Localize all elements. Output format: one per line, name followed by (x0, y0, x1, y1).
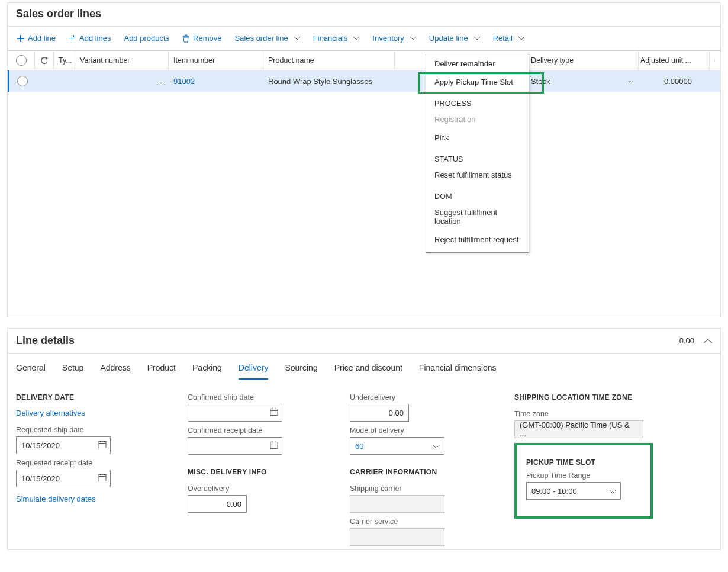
financials-dropdown[interactable]: Financials (307, 30, 366, 46)
plus-lines-icon (69, 35, 76, 42)
select-all-header[interactable] (8, 50, 35, 70)
calendar-icon[interactable] (270, 441, 278, 451)
carrier-info-heading: CARRIER INFORMATION (350, 468, 505, 476)
time-zone-value: (GMT-08:00) Pacific Time (US & ... (520, 420, 638, 438)
plus-icon (17, 35, 24, 42)
cell-adjusted: 0.00000 (639, 70, 710, 92)
retail-dropdown[interactable]: Retail (487, 30, 530, 46)
svg-rect-11 (270, 409, 278, 416)
mode-of-delivery-label: Mode of delivery (350, 426, 505, 435)
shipping-carrier-label: Shipping carrier (350, 484, 505, 493)
column-item-number[interactable]: Item number (169, 50, 263, 70)
chevron-down-icon (410, 37, 416, 40)
mode-of-delivery-input[interactable]: 60 (350, 437, 444, 455)
cell-type (54, 70, 75, 92)
svg-rect-3 (99, 442, 106, 448)
details-tabs: General Setup Address Product Packing De… (8, 354, 720, 380)
sales-order-line-dropdown[interactable]: Sales order line (229, 30, 306, 46)
tab-setup[interactable]: Setup (62, 363, 84, 380)
delivery-form: DELIVERY DATE Delivery alternatives Requ… (8, 380, 720, 549)
confirmed-ship-date-label: Confirmed ship date (188, 393, 340, 401)
overdelivery-input[interactable]: 0.00 (188, 495, 247, 513)
refresh-header[interactable] (35, 50, 54, 70)
tab-sourcing[interactable]: Sourcing (285, 363, 317, 380)
line-details-title: Line details (16, 335, 75, 347)
tab-delivery[interactable]: Delivery (239, 363, 269, 380)
pickup-time-range-input[interactable]: 09:00 - 10:00 (526, 482, 621, 500)
requested-ship-date-value: 10/15/2020 (21, 441, 60, 450)
svg-rect-7 (99, 475, 106, 481)
delivery-alternatives-link[interactable]: Delivery alternatives (16, 409, 178, 417)
menu-group-status: STATUS (426, 147, 529, 166)
line-details-header: Line details 0.00 (8, 329, 720, 354)
overdelivery-value: 0.00 (227, 500, 241, 509)
sales-order-lines-title: Sales order lines (8, 3, 720, 26)
tab-financial-dimensions[interactable]: Financial dimensions (419, 363, 497, 380)
menu-suggest-location[interactable]: Suggest fulfillment location (426, 203, 529, 230)
radio-all-icon (16, 55, 27, 66)
tab-price-discount[interactable]: Price and discount (334, 363, 402, 380)
requested-receipt-date-value: 10/15/2020 (21, 474, 60, 483)
menu-reject-request[interactable]: Reject fulfillment request (426, 230, 529, 249)
update-line-dropdown[interactable]: Update line (423, 30, 486, 46)
pickup-time-range-label: Pickup Time Range (526, 471, 641, 480)
menu-deliver-remainder[interactable]: Deliver remainder (426, 54, 529, 73)
remove-button[interactable]: Remove (176, 30, 227, 46)
confirmed-ship-date-input[interactable] (188, 404, 282, 422)
carrier-service-label: Carrier service (350, 518, 505, 526)
column-more[interactable] (710, 50, 720, 70)
menu-apply-pickup[interactable]: Apply Pickup Time Slot (426, 73, 529, 91)
tab-general[interactable]: General (16, 363, 46, 380)
calendar-icon[interactable] (270, 408, 278, 418)
requested-ship-date-input[interactable]: 10/15/2020 (16, 436, 111, 454)
delivery-date-column: DELIVERY DATE Delivery alternatives Requ… (16, 393, 178, 546)
update-line-menu: Deliver remainder Apply Pickup Time Slot… (426, 54, 529, 253)
column-adjusted-unit[interactable]: Adjusted unit ... (639, 50, 710, 70)
column-variant[interactable]: Variant number (75, 50, 169, 70)
requested-receipt-date-label: Requested receipt date (16, 459, 178, 467)
cell-item-number[interactable]: 91002 (169, 70, 263, 92)
chevron-down-icon (433, 442, 439, 451)
underdelivery-value: 0.00 (389, 409, 404, 417)
add-line-label: Add line (28, 34, 56, 43)
menu-reset-fulfillment[interactable]: Reset fulfillment status (426, 166, 529, 184)
simulate-delivery-dates-link[interactable]: Simulate delivery dates (16, 494, 178, 503)
mode-carrier-column: Underdelivery 0.00 Mode of delivery 60 C… (350, 393, 505, 546)
time-zone-input: (GMT-08:00) Pacific Time (US & ... (514, 420, 643, 438)
column-product-name[interactable]: Product name (263, 50, 395, 70)
cell-variant[interactable] (75, 70, 169, 92)
inventory-dropdown[interactable]: Inventory (366, 30, 421, 46)
menu-registration: Registration (426, 110, 529, 128)
column-delivery-type[interactable]: Delivery type (526, 50, 639, 70)
tab-packing[interactable]: Packing (192, 363, 222, 380)
cell-product-name: Round Wrap Style Sunglasses (263, 70, 395, 92)
confirmed-receipt-date-input[interactable] (188, 437, 282, 455)
shipping-timezone-heading: SHIPPING LOCATION TIME ZONE (514, 393, 712, 401)
overdelivery-label: Overdelivery (188, 484, 340, 493)
underdelivery-label: Underdelivery (350, 393, 505, 401)
underdelivery-input[interactable]: 0.00 (350, 404, 409, 422)
requested-receipt-date-input[interactable]: 10/15/2020 (16, 470, 111, 487)
tab-product[interactable]: Product (147, 363, 176, 380)
menu-pick[interactable]: Pick (426, 128, 529, 147)
add-products-label: Add products (124, 34, 169, 43)
timezone-pickup-column: SHIPPING LOCATION TIME ZONE Time zone (G… (514, 393, 712, 546)
tab-address[interactable]: Address (100, 363, 130, 380)
add-products-button[interactable]: Add products (118, 30, 175, 46)
sales-order-line-label: Sales order line (235, 34, 288, 43)
svg-point-2 (714, 61, 715, 62)
add-line-button[interactable]: Add line (11, 30, 62, 46)
add-lines-button[interactable]: Add lines (63, 30, 117, 46)
chevron-down-icon (353, 37, 359, 40)
calendar-icon[interactable] (98, 441, 107, 451)
table-row[interactable]: 91002 Round Wrap Style Sunglasses Stock … (8, 70, 720, 92)
calendar-icon[interactable] (98, 474, 107, 484)
row-select[interactable] (9, 70, 35, 92)
column-type[interactable]: Ty... (54, 50, 75, 70)
more-vertical-icon (714, 56, 715, 65)
delivery-date-heading: DELIVERY DATE (16, 393, 178, 401)
cell-delivery-type[interactable]: Stock (526, 70, 639, 92)
collapse-button[interactable] (704, 336, 712, 345)
pickup-timeslot-heading: PICKUP TIME SLOT (526, 458, 641, 467)
radio-icon (17, 76, 28, 86)
